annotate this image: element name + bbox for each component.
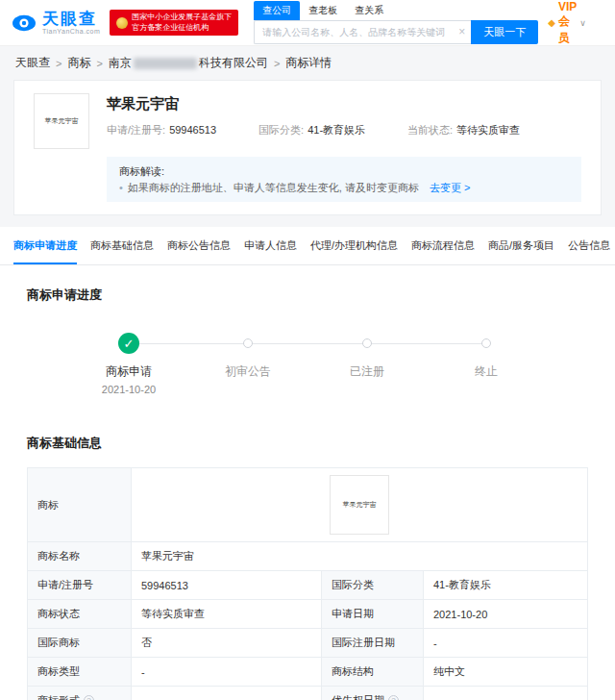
chevron-down-icon: ∨ bbox=[579, 18, 586, 28]
row-value: - bbox=[424, 687, 588, 700]
breadcrumb-company[interactable]: 南京 科技有限公司 bbox=[109, 55, 268, 71]
company-name-prefix: 南京 bbox=[109, 55, 132, 71]
row-label-trademark: 商标 bbox=[28, 468, 132, 542]
table-row: 商标名称 苹果元宇宙 bbox=[28, 542, 588, 571]
table-row: 申请/注册号 59946513 国际分类 41-教育娱乐 bbox=[28, 571, 588, 600]
trademark-image: 苹果元宇宙 bbox=[34, 93, 89, 149]
step-terminated: 终止 bbox=[427, 333, 546, 396]
check-icon: ✓ bbox=[118, 333, 139, 354]
breadcrumb-separator: > bbox=[56, 58, 62, 69]
table-row: 商标形式? - 优先权日期? - bbox=[28, 687, 588, 700]
info-icon[interactable]: ? bbox=[388, 695, 399, 700]
field-current-status: 当前状态:等待实质审查 bbox=[407, 123, 520, 138]
tab-process-info[interactable]: 商标流程信息 bbox=[411, 227, 475, 264]
tab-agency-info[interactable]: 代理/办理机构信息 bbox=[310, 227, 398, 264]
vip-menu[interactable]: ◆ VIP会员 ∨ bbox=[548, 0, 586, 46]
search-area: 查公司 查老板 查关系 × 天眼一下 bbox=[254, 1, 538, 44]
tianyancha-logo[interactable]: 天眼查 TianYanCha.com bbox=[12, 11, 100, 36]
breadcrumb: 天眼查 > 商标 > 南京 科技有限公司 > 商标详情 bbox=[0, 46, 615, 80]
row-value: 59946513 bbox=[132, 571, 322, 600]
tab-announcement[interactable]: 公告信息 bbox=[568, 227, 610, 264]
row-label: 商标名称 bbox=[28, 542, 132, 571]
emblem-icon bbox=[116, 17, 128, 29]
search-tab-company[interactable]: 查公司 bbox=[254, 1, 300, 20]
row-label: 国际商标 bbox=[28, 629, 132, 658]
trademark-image: 苹果元宇宙 bbox=[330, 475, 389, 535]
progress-steps: ✓ 商标申请 2021-10-20 初审公告 已注册 终止 bbox=[69, 333, 546, 396]
field-reg-number: 申请/注册号:59946513 bbox=[107, 123, 216, 138]
bullet-icon: • bbox=[119, 180, 123, 196]
breadcrumb-trademark[interactable]: 商标 bbox=[67, 55, 90, 71]
vip-label: VIP会员 bbox=[558, 0, 577, 46]
tab-applicant-info[interactable]: 申请人信息 bbox=[244, 227, 297, 264]
tab-application-progress[interactable]: 商标申请进度 bbox=[13, 227, 77, 264]
breadcrumb-home[interactable]: 天眼查 bbox=[15, 55, 50, 71]
search-type-tabs: 查公司 查老板 查关系 bbox=[254, 1, 538, 20]
eye-logo-icon bbox=[12, 11, 37, 36]
logo-text-en: TianYanCha.com bbox=[42, 28, 100, 35]
notice-title: 商标解读: bbox=[119, 163, 569, 180]
trademark-title: 苹果元宇宙 bbox=[107, 95, 581, 113]
section-application-progress: 商标申请进度 ✓ 商标申请 2021-10-20 初审公告 已注册 终止 bbox=[0, 265, 615, 396]
breadcrumb-separator: > bbox=[274, 58, 280, 69]
table-row: 商标 苹果元宇宙 bbox=[28, 468, 588, 542]
section-basic-info: 商标基础信息 商标 苹果元宇宙 商标名称 苹果元宇宙 申请/注册号 599465… bbox=[0, 413, 615, 700]
search-tab-relation[interactable]: 查关系 bbox=[346, 1, 392, 20]
detail-tab-bar: 商标申请进度 商标基础信息 商标公告信息 申请人信息 代理/办理机构信息 商标流… bbox=[0, 227, 615, 265]
breadcrumb-separator: > bbox=[96, 58, 102, 69]
step-applied: ✓ 商标申请 2021-10-20 bbox=[69, 333, 188, 396]
row-value: 苹果元宇宙 bbox=[132, 542, 588, 571]
tab-gazette-info[interactable]: 商标公告信息 bbox=[167, 227, 231, 264]
row-value: 2021-10-20 bbox=[424, 600, 588, 629]
pending-dot-icon bbox=[243, 338, 253, 348]
table-row: 商标状态 等待实质审查 申请日期 2021-10-20 bbox=[28, 600, 588, 629]
row-label: 申请日期 bbox=[322, 600, 424, 629]
row-label: 商标类型 bbox=[28, 658, 132, 687]
info-icon[interactable]: ? bbox=[84, 695, 94, 700]
clear-icon[interactable]: × bbox=[458, 25, 465, 38]
row-value: 纯中文 bbox=[424, 658, 588, 687]
gov-certification-badge: 国家中小企业发展子基金旗下 官方备案企业征信机构 bbox=[110, 10, 238, 37]
logo-text-cn: 天眼查 bbox=[42, 11, 100, 28]
badge-line1: 国家中小企业发展子基金旗下 bbox=[132, 12, 232, 21]
top-bar: 天眼查 TianYanCha.com 国家中小企业发展子基金旗下 官方备案企业征… bbox=[0, 0, 615, 46]
row-label: 商标形式? bbox=[28, 687, 132, 700]
row-label: 商标状态 bbox=[28, 600, 132, 629]
field-intl-class: 国际分类:41-教育娱乐 bbox=[258, 123, 365, 138]
redacted-company-name bbox=[134, 58, 197, 69]
table-row: 商标类型 - 商标结构 纯中文 bbox=[28, 658, 588, 687]
row-label: 申请/注册号 bbox=[28, 571, 132, 600]
step-preliminary-gazette: 初审公告 bbox=[188, 333, 308, 396]
badge-line2: 官方备案企业征信机构 bbox=[132, 23, 209, 32]
row-value: 等待实质审查 bbox=[132, 600, 322, 629]
trademark-notice-box: 商标解读: • 如果商标的注册地址、申请人等信息发生变化, 请及时变更商标 去变… bbox=[107, 157, 581, 202]
go-change-link[interactable]: 去变更 > bbox=[430, 180, 470, 196]
sub-header-zone: 天眼查 > 商标 > 南京 科技有限公司 > 商标详情 苹果元宇宙 苹果元宇宙 … bbox=[0, 46, 615, 227]
step-registered: 已注册 bbox=[308, 333, 427, 396]
pending-dot-icon bbox=[481, 338, 491, 348]
row-label: 国际注册日期 bbox=[322, 629, 424, 658]
notice-text: 如果商标的注册地址、申请人等信息发生变化, 请及时变更商标 bbox=[128, 180, 419, 196]
row-label: 国际分类 bbox=[322, 571, 424, 600]
trademark-summary-card: 苹果元宇宙 苹果元宇宙 申请/注册号:59946513 国际分类:41-教育娱乐… bbox=[13, 80, 602, 215]
company-name-suffix: 科技有限公司 bbox=[199, 55, 268, 71]
tab-basic-info[interactable]: 商标基础信息 bbox=[90, 227, 154, 264]
basic-info-table: 商标 苹果元宇宙 商标名称 苹果元宇宙 申请/注册号 59946513 国际分类… bbox=[27, 467, 588, 700]
search-input[interactable] bbox=[254, 20, 471, 44]
row-value: - bbox=[424, 629, 588, 658]
search-tab-boss[interactable]: 查老板 bbox=[300, 1, 346, 20]
vip-icon: ◆ bbox=[548, 17, 555, 28]
progress-section-title: 商标申请进度 bbox=[27, 265, 588, 308]
breadcrumb-current: 商标详情 bbox=[285, 55, 332, 71]
row-value: 41-教育娱乐 bbox=[424, 571, 588, 600]
pending-dot-icon bbox=[362, 338, 372, 348]
row-label: 优先权日期? bbox=[322, 687, 424, 700]
tab-goods-services[interactable]: 商品/服务项目 bbox=[488, 227, 554, 264]
row-value: - bbox=[132, 687, 322, 700]
search-button[interactable]: 天眼一下 bbox=[471, 20, 538, 44]
basic-section-title: 商标基础信息 bbox=[27, 413, 588, 456]
row-value: 否 bbox=[132, 629, 322, 658]
row-value: - bbox=[132, 658, 322, 687]
table-row: 国际商标 否 国际注册日期 - bbox=[28, 629, 588, 658]
row-label: 商标结构 bbox=[322, 658, 424, 687]
